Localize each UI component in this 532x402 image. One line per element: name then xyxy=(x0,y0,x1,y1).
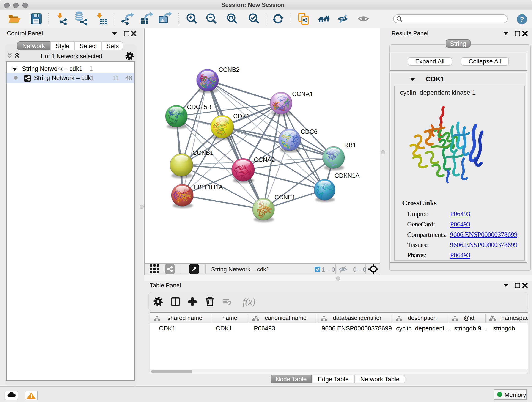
svg-text:CCNE1: CCNE1 xyxy=(274,194,296,201)
svg-text:CCNA1: CCNA1 xyxy=(292,90,313,97)
svg-text:HIST1H1A: HIST1H1A xyxy=(193,184,223,191)
svg-text:@id: @id xyxy=(464,314,475,321)
svg-text:CCNA2: CCNA2 xyxy=(254,156,275,163)
svg-text:shared name: shared name xyxy=(167,314,202,321)
svg-text:CDC25B: CDC25B xyxy=(187,104,211,110)
svg-text:f(x): f(x) xyxy=(243,297,255,307)
svg-text:CDK1: CDK1 xyxy=(233,113,250,120)
svg-text:database identifier: database identifier xyxy=(333,314,382,321)
svg-text:CCNB1: CCNB1 xyxy=(192,149,214,156)
svg-text:namespace: namespace xyxy=(501,314,528,321)
svg-text:name: name xyxy=(222,314,237,321)
svg-text:CDC6: CDC6 xyxy=(301,128,317,135)
svg-text:canonical name: canonical name xyxy=(265,314,307,321)
svg-text:CCNB2: CCNB2 xyxy=(219,66,240,73)
svg-text:CDKN1A: CDKN1A xyxy=(335,172,360,179)
svg-text:description: description xyxy=(408,314,437,321)
svg-text:RB1: RB1 xyxy=(344,142,356,148)
